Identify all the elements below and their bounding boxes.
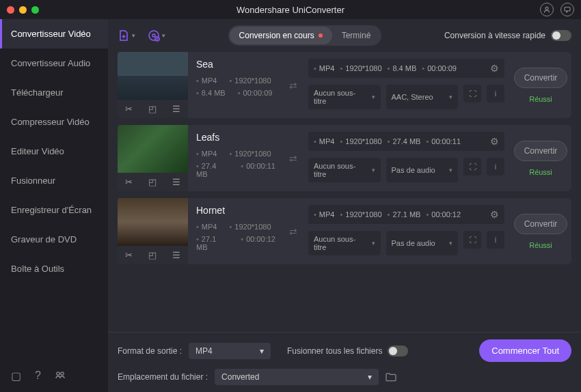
file-name: Hornet	[196, 205, 275, 216]
output-location-select[interactable]: Converted▾	[215, 369, 379, 385]
audio-select[interactable]: Pas de audio▾	[386, 158, 459, 182]
subtitle-select[interactable]: Aucun sous-titre▾	[308, 231, 381, 255]
out-size: 27.1 MB	[388, 210, 421, 219]
src-format: MP4	[196, 76, 217, 85]
file-list: ✂ ◰ ☰ Sea MP41920*1080 8.4 MB00:00:09 ⇄ …	[108, 52, 581, 332]
tutorial-icon[interactable]: ▢	[11, 369, 21, 382]
status-label: Réussi	[529, 95, 552, 103]
file-name: Sea	[196, 59, 275, 70]
audio-select[interactable]: AAC, Stereo▾	[386, 85, 459, 109]
src-duration: 00:00:09	[238, 89, 273, 97]
out-format: MP4	[314, 137, 334, 145]
video-thumbnail[interactable]	[118, 52, 188, 100]
trim-icon[interactable]: ✂	[125, 250, 133, 260]
output-location-label: Emplacement du fichier :	[118, 372, 208, 382]
close-window[interactable]	[7, 6, 14, 14]
convert-button[interactable]: Convertir	[514, 68, 568, 88]
src-duration: 00:00:12	[241, 235, 275, 251]
svg-point-0	[545, 7, 548, 10]
start-all-button[interactable]: Commencer Tout	[479, 339, 571, 362]
audio-select[interactable]: Pas de audio▾	[386, 231, 459, 255]
effects-icon[interactable]: ☰	[172, 104, 180, 114]
chevron-down-icon: ▾	[368, 372, 372, 382]
status-label: Réussi	[529, 241, 552, 249]
trim-icon[interactable]: ✂	[125, 177, 133, 187]
file-card: ✂ ◰ ☰ Leafs MP41920*1080 27.4 MB00:00:11…	[118, 125, 571, 191]
src-format: MP4	[196, 223, 217, 231]
out-duration: 00:00:12	[426, 210, 461, 219]
settings-icon[interactable]: ⚙	[490, 136, 499, 147]
video-thumbnail[interactable]	[118, 125, 188, 173]
src-size: 27.1 MB	[196, 235, 228, 251]
add-dvd-button[interactable]: ▾	[148, 29, 165, 42]
minimize-window[interactable]	[19, 6, 27, 14]
expand-icon[interactable]: ⛶	[463, 85, 481, 102]
info-icon[interactable]: i	[487, 231, 504, 249]
subtitle-select[interactable]: Aucun sous-titre▾	[308, 158, 381, 182]
trim-icon[interactable]: ✂	[125, 104, 133, 114]
status-label: Réussi	[529, 168, 552, 176]
swap-icon: ⇄	[284, 198, 303, 264]
src-format: MP4	[196, 150, 217, 158]
out-format: MP4	[314, 64, 334, 72]
sidebar-item-dvd-burner[interactable]: Graveur de DVD	[0, 225, 108, 254]
titlebar: Wondershare UniConverter	[0, 0, 581, 19]
sidebar: Convertisseur Vidéo Convertisseur Audio …	[0, 19, 108, 392]
sidebar-item-screen-recorder[interactable]: Enregistreur d'Écran	[0, 195, 108, 225]
src-duration: 00:00:11	[241, 162, 275, 178]
sidebar-item-toolbox[interactable]: Boîte à Outils	[0, 254, 108, 283]
speed-toggle[interactable]	[551, 30, 571, 41]
tab-converting[interactable]: Conversion en cours	[230, 27, 332, 44]
svg-point-3	[61, 372, 64, 375]
sidebar-item-video-compressor[interactable]: Compresseur Vidéo	[0, 107, 108, 137]
tab-done[interactable]: Terminé	[332, 27, 381, 44]
help-icon[interactable]: ?	[35, 369, 41, 382]
output-format-label: Format de sortie :	[118, 346, 182, 356]
svg-point-5	[152, 34, 155, 37]
src-size: 8.4 MB	[196, 89, 226, 97]
community-icon[interactable]	[55, 369, 66, 382]
add-file-button[interactable]: ▾	[118, 29, 135, 42]
sidebar-item-merger[interactable]: Fusionneur	[0, 166, 108, 195]
sidebar-item-downloader[interactable]: Téléchargeur	[0, 78, 108, 107]
expand-icon[interactable]: ⛶	[463, 158, 481, 176]
settings-icon[interactable]: ⚙	[490, 63, 499, 74]
merge-toggle[interactable]	[388, 346, 408, 356]
account-icon[interactable]	[540, 3, 554, 16]
sidebar-item-video-editor[interactable]: Editeur Vidéo	[0, 137, 108, 166]
file-name: Leafs	[196, 132, 275, 143]
recording-dot-icon	[319, 33, 323, 38]
crop-icon[interactable]: ◰	[148, 177, 157, 187]
chevron-down-icon: ▾	[449, 167, 452, 173]
settings-icon[interactable]: ⚙	[490, 209, 499, 220]
maximize-window[interactable]	[31, 6, 39, 14]
sidebar-item-video-converter[interactable]: Convertisseur Vidéo	[0, 19, 108, 48]
crop-icon[interactable]: ◰	[148, 250, 157, 260]
src-resolution: 1920*1080	[229, 150, 271, 158]
out-format: MP4	[314, 210, 334, 219]
chevron-down-icon: ▾	[372, 94, 375, 100]
effects-icon[interactable]: ☰	[172, 177, 180, 187]
feedback-icon[interactable]	[560, 3, 574, 16]
expand-icon[interactable]: ⛶	[463, 231, 481, 249]
chevron-down-icon: ▾	[449, 94, 452, 100]
src-size: 27.4 MB	[196, 162, 228, 178]
sidebar-item-audio-converter[interactable]: Convertisseur Audio	[0, 48, 108, 78]
status-tabs: Conversion en cours Terminé	[228, 25, 382, 46]
effects-icon[interactable]: ☰	[172, 250, 180, 260]
footer: Format de sortie : MP4▾ Fusionner tous l…	[108, 332, 581, 392]
info-icon[interactable]: i	[487, 85, 504, 102]
subtitle-select[interactable]: Aucun sous-titre▾	[308, 85, 381, 109]
svg-point-2	[57, 372, 59, 375]
src-resolution: 1920*1080	[229, 223, 271, 231]
video-thumbnail[interactable]	[118, 198, 188, 246]
output-format-select[interactable]: MP4▾	[189, 343, 271, 359]
convert-button[interactable]: Convertir	[514, 214, 568, 234]
crop-icon[interactable]: ◰	[148, 104, 157, 114]
src-resolution: 1920*1080	[229, 76, 271, 85]
out-resolution: 1920*1080	[340, 210, 381, 219]
file-card: ✂ ◰ ☰ Hornet MP41920*1080 27.1 MB00:00:1…	[118, 198, 571, 264]
open-folder-button[interactable]	[386, 372, 396, 382]
info-icon[interactable]: i	[487, 158, 504, 176]
convert-button[interactable]: Convertir	[514, 141, 568, 161]
